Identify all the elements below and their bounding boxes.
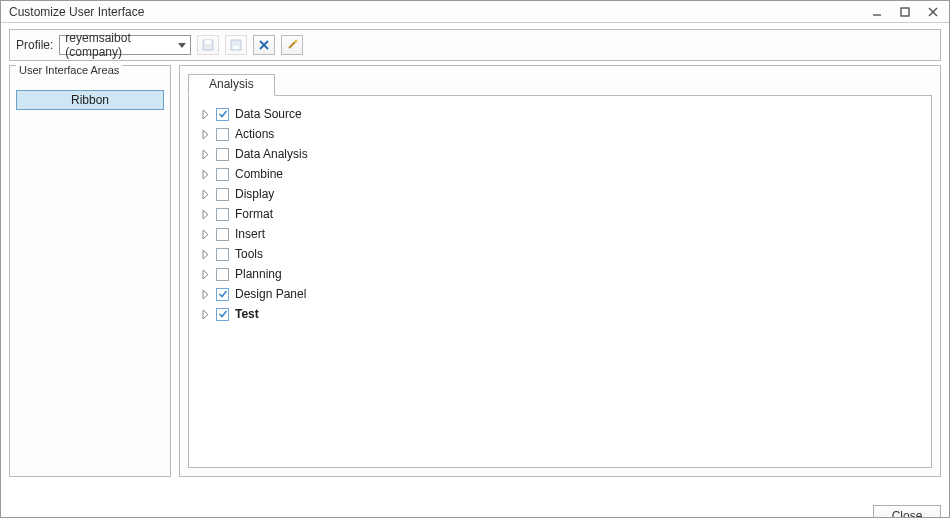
tree-checkbox[interactable]	[216, 228, 229, 241]
svg-marker-4	[178, 43, 186, 48]
tree-checkbox[interactable]	[216, 148, 229, 161]
tree-checkbox[interactable]	[216, 108, 229, 121]
ui-areas-panel: User Interface Areas Ribbon	[9, 65, 171, 477]
tree-row[interactable]: Display	[199, 184, 921, 204]
tree-row[interactable]: Tools	[199, 244, 921, 264]
tree-checkbox[interactable]	[216, 308, 229, 321]
tree-item-label: Data Analysis	[235, 147, 308, 161]
tree-item-label: Design Panel	[235, 287, 306, 301]
analysis-tree: Data SourceActionsData AnalysisCombineDi…	[188, 95, 932, 468]
svg-marker-20	[203, 250, 208, 259]
expand-collapse-icon[interactable]	[201, 110, 210, 119]
wizard-button[interactable]	[281, 35, 303, 55]
ribbon-label: Ribbon	[71, 93, 109, 107]
maximize-button[interactable]	[895, 4, 915, 20]
tab-analysis-label: Analysis	[209, 77, 254, 91]
tree-row[interactable]: Test	[199, 304, 921, 324]
expand-collapse-icon[interactable]	[201, 290, 210, 299]
tree-checkbox[interactable]	[216, 288, 229, 301]
svg-marker-16	[203, 170, 208, 179]
profile-label: Profile:	[16, 38, 53, 52]
profile-dropdown[interactable]: reyemsaibot (company)	[59, 35, 191, 55]
save-profile-as-button[interactable]	[225, 35, 247, 55]
tree-row[interactable]: Data Source	[199, 104, 921, 124]
tree-item-label: Format	[235, 207, 273, 221]
tree-row[interactable]: Actions	[199, 124, 921, 144]
tree-item-label: Test	[235, 307, 259, 321]
svg-marker-17	[203, 190, 208, 199]
svg-marker-13	[203, 110, 208, 119]
expand-collapse-icon[interactable]	[201, 250, 210, 259]
tab-analysis[interactable]: Analysis	[188, 74, 275, 96]
ribbon-area-button[interactable]: Ribbon	[16, 90, 164, 110]
minimize-button[interactable]	[867, 4, 887, 20]
svg-marker-14	[203, 130, 208, 139]
expand-collapse-icon[interactable]	[201, 230, 210, 239]
svg-rect-6	[205, 40, 211, 44]
expand-collapse-icon[interactable]	[201, 190, 210, 199]
tree-item-label: Combine	[235, 167, 283, 181]
profile-toolbar: Profile: reyemsaibot (company)	[9, 29, 941, 61]
expand-collapse-icon[interactable]	[201, 170, 210, 179]
tree-checkbox[interactable]	[216, 128, 229, 141]
tree-row[interactable]: Planning	[199, 264, 921, 284]
wand-icon	[286, 39, 298, 51]
tree-checkbox[interactable]	[216, 248, 229, 261]
save-profile-button[interactable]	[197, 35, 219, 55]
tree-row[interactable]: Insert	[199, 224, 921, 244]
svg-rect-8	[233, 46, 239, 49]
close-button-label: Close	[892, 509, 923, 518]
tree-item-label: Display	[235, 187, 274, 201]
tree-item-label: Actions	[235, 127, 274, 141]
tree-checkbox[interactable]	[216, 168, 229, 181]
svg-line-11	[289, 42, 295, 48]
window-title: Customize User Interface	[9, 5, 867, 19]
expand-collapse-icon[interactable]	[201, 130, 210, 139]
tree-item-label: Insert	[235, 227, 265, 241]
expand-collapse-icon[interactable]	[201, 210, 210, 219]
config-panel: Analysis Data SourceActionsData Analysis…	[179, 65, 941, 477]
profile-value: reyemsaibot (company)	[65, 31, 172, 59]
close-window-button[interactable]	[923, 4, 943, 20]
svg-point-12	[295, 40, 298, 43]
expand-collapse-icon[interactable]	[201, 310, 210, 319]
tree-item-label: Planning	[235, 267, 282, 281]
tree-item-label: Tools	[235, 247, 263, 261]
svg-marker-21	[203, 270, 208, 279]
expand-collapse-icon[interactable]	[201, 150, 210, 159]
tree-row[interactable]: Format	[199, 204, 921, 224]
chevron-down-icon	[178, 38, 186, 52]
tree-checkbox[interactable]	[216, 188, 229, 201]
save-as-icon	[230, 39, 242, 51]
svg-marker-19	[203, 230, 208, 239]
title-bar: Customize User Interface	[1, 1, 949, 23]
tree-row[interactable]: Data Analysis	[199, 144, 921, 164]
tree-item-label: Data Source	[235, 107, 302, 121]
svg-marker-23	[203, 310, 208, 319]
expand-collapse-icon[interactable]	[201, 270, 210, 279]
tree-row[interactable]: Combine	[199, 164, 921, 184]
tree-checkbox[interactable]	[216, 268, 229, 281]
delete-x-icon	[258, 39, 270, 51]
tree-checkbox[interactable]	[216, 208, 229, 221]
svg-marker-15	[203, 150, 208, 159]
delete-profile-button[interactable]	[253, 35, 275, 55]
tree-row[interactable]: Design Panel	[199, 284, 921, 304]
close-button[interactable]: Close	[873, 505, 941, 518]
svg-rect-1	[901, 8, 909, 16]
save-icon	[202, 39, 214, 51]
svg-marker-22	[203, 290, 208, 299]
ui-areas-legend: User Interface Areas	[16, 64, 122, 76]
svg-marker-18	[203, 210, 208, 219]
